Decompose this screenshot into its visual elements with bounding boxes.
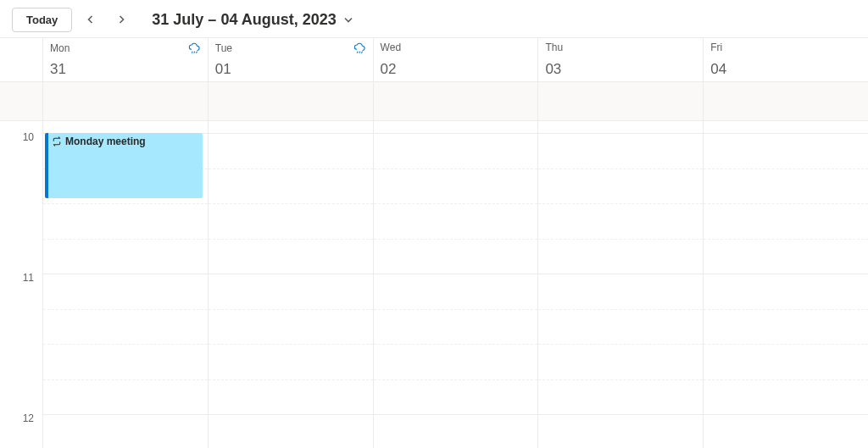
today-button[interactable]: Today (12, 8, 72, 32)
subhour-gridline (704, 239, 868, 240)
day-column[interactable] (208, 121, 373, 448)
calendar-grid: Mon31Tue01Wed02Thu03Fri04 101112 Monday … (0, 37, 868, 448)
day-column[interactable] (537, 121, 703, 448)
subhour-gridline (374, 309, 538, 310)
day-column[interactable]: Monday meeting (42, 121, 208, 448)
day-header-row: Mon31Tue01Wed02Thu03Fri04 (0, 38, 868, 82)
hour-gridline (374, 133, 538, 134)
day-of-week: Tue (215, 42, 232, 54)
day-column[interactable] (703, 121, 868, 448)
subhour-gridline (209, 169, 373, 169)
weather-icon (187, 41, 201, 55)
subhour-gridline (538, 344, 703, 345)
next-week-button[interactable] (109, 8, 133, 31)
calendar-event[interactable]: Monday meeting (45, 133, 203, 198)
prev-week-button[interactable] (79, 8, 103, 31)
hour-gridline (374, 414, 538, 415)
hour-gridline (43, 414, 208, 415)
hour-gridline (538, 414, 703, 415)
hour-label: 12 (23, 412, 34, 424)
day-header[interactable]: Fri04 (703, 38, 868, 81)
subhour-gridline (43, 344, 208, 345)
subhour-gridline (704, 169, 868, 169)
hour-gridline (209, 133, 373, 134)
hour-gridline (43, 274, 208, 274)
allday-row (0, 82, 868, 121)
subhour-gridline (374, 344, 538, 345)
event-title: Monday meeting (65, 136, 146, 147)
day-of-week: Mon (50, 42, 70, 54)
subhour-gridline (209, 203, 373, 204)
subhour-gridline (704, 379, 868, 380)
subhour-gridline (704, 344, 868, 345)
chevron-left-icon (86, 14, 96, 25)
hour-gridline (374, 274, 538, 274)
subhour-gridline (43, 379, 208, 380)
hour-gridline (704, 274, 868, 274)
subhour-gridline (538, 203, 703, 204)
recurring-icon (52, 136, 62, 147)
day-number: 31 (50, 61, 201, 80)
hour-gridline (538, 133, 703, 134)
allday-cell[interactable] (703, 82, 868, 120)
allday-cell[interactable] (537, 82, 703, 120)
hour-gridline (209, 414, 373, 415)
chevron-down-icon (343, 14, 353, 25)
calendar-toolbar: Today 31 July – 04 August, 2023 (0, 0, 868, 37)
date-range-label: 31 July – 04 August, 2023 (152, 11, 336, 29)
subhour-gridline (704, 309, 868, 310)
subhour-gridline (43, 239, 208, 240)
day-header[interactable]: Wed02 (373, 38, 538, 81)
chevron-right-icon (116, 14, 126, 25)
subhour-gridline (538, 379, 703, 380)
subhour-gridline (704, 203, 868, 204)
calendar-body: 101112 Monday meeting (0, 121, 868, 448)
hour-label: 10 (23, 131, 34, 143)
date-range-picker[interactable]: 31 July – 04 August, 2023 (152, 11, 353, 29)
day-header[interactable]: Thu03 (537, 38, 703, 81)
subhour-gridline (374, 239, 538, 240)
subhour-gridline (43, 203, 208, 204)
subhour-gridline (374, 203, 538, 204)
day-number: 02 (381, 61, 531, 80)
allday-cell[interactable] (208, 82, 373, 120)
hour-gridline (704, 133, 868, 134)
day-column[interactable] (373, 121, 538, 448)
day-of-week: Fri (710, 41, 722, 53)
allday-gutter (0, 82, 42, 120)
weather-icon (353, 41, 366, 55)
subhour-gridline (538, 169, 703, 169)
subhour-gridline (374, 169, 538, 169)
day-of-week: Wed (381, 41, 401, 53)
day-columns: Monday meeting (42, 121, 868, 448)
subhour-gridline (43, 309, 208, 310)
subhour-gridline (209, 309, 373, 310)
day-of-week: Thu (545, 41, 563, 53)
allday-cell[interactable] (42, 82, 208, 120)
subhour-gridline (538, 309, 703, 310)
day-number: 03 (545, 61, 696, 80)
hour-gridline (704, 414, 868, 415)
day-number: 01 (215, 61, 366, 80)
day-header[interactable]: Tue01 (208, 38, 373, 81)
subhour-gridline (374, 379, 538, 380)
subhour-gridline (538, 239, 703, 240)
hour-gridline (209, 274, 373, 274)
hour-gridline (538, 274, 703, 274)
subhour-gridline (209, 379, 373, 380)
allday-cell[interactable] (373, 82, 538, 120)
day-header[interactable]: Mon31 (42, 38, 208, 81)
time-gutter: 101112 (0, 121, 42, 448)
header-gutter (0, 38, 42, 81)
day-number: 04 (710, 61, 861, 80)
hour-label: 11 (23, 272, 34, 284)
subhour-gridline (209, 344, 373, 345)
subhour-gridline (209, 239, 373, 240)
